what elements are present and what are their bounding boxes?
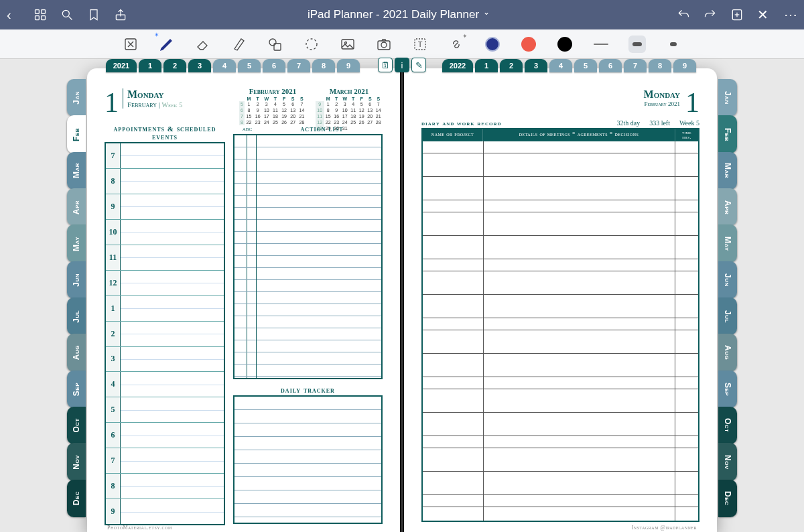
diary-body[interactable]	[423, 141, 698, 521]
year-tab-num[interactable]: 6	[599, 59, 622, 72]
appointment-row[interactable]: 8	[106, 474, 224, 499]
share-icon[interactable]	[114, 8, 127, 21]
appointment-row[interactable]: 9	[106, 194, 224, 220]
image-tool[interactable]	[339, 36, 356, 53]
appointment-row[interactable]: 8	[106, 169, 224, 194]
year-tab-num[interactable]: 3	[525, 59, 547, 72]
readonly-tool[interactable]	[122, 36, 139, 53]
color-black[interactable]	[556, 36, 574, 53]
year-tab-2021[interactable]: 2021	[106, 59, 137, 72]
month-tab-mar[interactable]: Mar	[67, 152, 86, 190]
month-tab-aug[interactable]: Aug	[718, 334, 737, 371]
appointment-row[interactable]: 5	[106, 397, 224, 423]
month-tab-dec[interactable]: Dec	[67, 480, 86, 517]
appointment-row[interactable]: 2	[106, 322, 224, 347]
appointment-row[interactable]: 4	[106, 372, 224, 397]
year-tab-num[interactable]: 8	[312, 59, 335, 72]
stroke-medium[interactable]	[628, 36, 646, 53]
year-tab-num[interactable]: 4	[213, 59, 236, 72]
text-tool[interactable]: T	[411, 36, 429, 53]
camera-tool[interactable]	[375, 36, 393, 53]
month-tab-jun[interactable]: Jun	[67, 261, 86, 299]
daily-tracker-box[interactable]	[233, 395, 383, 524]
chevron-down-icon[interactable]: ⌄	[483, 8, 496, 21]
appointment-row[interactable]: 9	[106, 499, 224, 524]
month-tab-jul[interactable]: Jul	[67, 297, 86, 335]
more-icon[interactable]: ⋯	[784, 8, 797, 21]
edit-icon[interactable]: ✎	[411, 58, 426, 72]
year-tab-num[interactable]: 9	[337, 59, 360, 72]
appointment-row[interactable]: 3	[106, 347, 224, 373]
month-tab-feb[interactable]: Feb	[67, 115, 86, 153]
year-tab-num[interactable]: 8	[649, 59, 671, 72]
stroke-thin[interactable]	[592, 36, 610, 53]
year-tab-2022[interactable]: 2022	[442, 59, 473, 72]
right-page[interactable]: Monday February 2021 1 diary and work re…	[404, 68, 717, 532]
back-icon[interactable]: ‹	[7, 8, 20, 21]
link-tool[interactable]: ✦	[448, 36, 465, 53]
month-tab-may[interactable]: May	[67, 224, 86, 262]
appointment-row[interactable]: 11	[106, 245, 224, 271]
month-tab-jun[interactable]: Jun	[718, 261, 737, 299]
appointment-row[interactable]: 1	[106, 296, 224, 322]
pen-tool[interactable]: ✶	[158, 36, 176, 53]
year-tab-num[interactable]: 2	[163, 59, 186, 72]
month-tab-oct[interactable]: Oct	[67, 407, 86, 444]
month-tab-may[interactable]: May	[718, 224, 737, 262]
month-tab-dec[interactable]: Dec	[718, 480, 737, 517]
color-red[interactable]	[520, 36, 537, 53]
year-tab-num[interactable]: 6	[263, 59, 285, 72]
year-tab-num[interactable]: 4	[549, 59, 572, 72]
month-tab-apr[interactable]: Apr	[67, 188, 86, 226]
search-icon[interactable]	[60, 8, 74, 21]
close-icon[interactable]: ✕	[757, 8, 770, 21]
month-tab-jul[interactable]: Jul	[718, 297, 737, 335]
appointments-box[interactable]: 789101112123456789	[105, 142, 225, 525]
month-tab-apr[interactable]: Apr	[718, 188, 737, 226]
year-tab-num[interactable]: 7	[624, 59, 647, 72]
year-tab-num[interactable]: 7	[287, 59, 310, 72]
eraser-tool[interactable]	[194, 36, 212, 53]
month-tab-nov[interactable]: Nov	[718, 443, 737, 480]
month-tab-sep[interactable]: Sep	[67, 371, 86, 408]
appointment-row[interactable]: 7	[106, 448, 224, 474]
undo-icon[interactable]	[677, 8, 690, 21]
action-list-box[interactable]	[233, 134, 383, 379]
appointment-row[interactable]: 10	[106, 220, 224, 245]
month-tab-nov[interactable]: Nov	[67, 443, 86, 480]
lasso-tool[interactable]	[303, 36, 320, 53]
year-tab-num[interactable]: 9	[673, 59, 696, 72]
diary-box[interactable]: name or project details of meetings * ag…	[421, 128, 699, 522]
year-tab-num[interactable]: 5	[238, 59, 261, 72]
year-tab-num[interactable]: 5	[574, 59, 597, 72]
calendar-icon[interactable]: 🗓	[378, 58, 393, 72]
document-title[interactable]: iPad Planner - 2021 Daily Planner	[308, 8, 479, 21]
bookmark-icon[interactable]	[87, 8, 100, 21]
info-icon[interactable]: i	[395, 58, 409, 72]
month-tab-mar[interactable]: Mar	[718, 152, 737, 190]
year-tab-num[interactable]: 3	[188, 59, 211, 72]
month-tab-aug[interactable]: Aug	[67, 334, 86, 371]
month-tab-oct[interactable]: Oct	[718, 407, 737, 444]
daily-tracker-title: daily tracker	[233, 386, 383, 394]
left-page[interactable]: 1 Monday February | Week 5 February 2021…	[87, 68, 400, 532]
color-navy[interactable]	[484, 36, 501, 53]
appointment-row[interactable]: 7	[106, 143, 224, 169]
year-tab-num[interactable]: 2	[500, 59, 523, 72]
add-page-icon[interactable]	[730, 8, 744, 21]
month-tab-feb[interactable]: Feb	[718, 115, 737, 153]
shapes-tool[interactable]	[267, 36, 284, 53]
svg-line-5	[69, 17, 72, 20]
month-tab-sep[interactable]: Sep	[718, 371, 737, 408]
appointment-row[interactable]: 6	[106, 423, 224, 448]
stroke-short[interactable]	[665, 36, 682, 53]
thumbnails-icon[interactable]	[34, 8, 47, 21]
svg-rect-2	[36, 16, 40, 20]
highlighter-tool[interactable]	[230, 36, 248, 53]
year-tab-num[interactable]: 1	[475, 59, 498, 72]
redo-icon[interactable]	[704, 8, 717, 21]
month-tab-jan[interactable]: Jan	[718, 79, 737, 117]
appointment-row[interactable]: 12	[106, 271, 224, 296]
month-tab-jan[interactable]: Jan	[67, 79, 86, 117]
year-tab-num[interactable]: 1	[139, 59, 161, 72]
